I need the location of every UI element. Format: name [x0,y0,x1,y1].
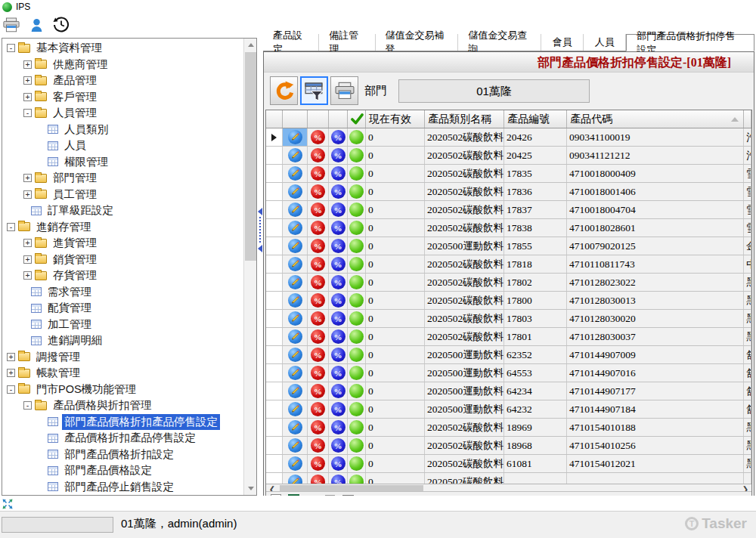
splitter-collapse-icon[interactable] [258,245,262,252]
tree-expander-icon[interactable]: - [7,44,15,52]
edit-cell[interactable] [283,382,308,400]
tab[interactable]: 人員 [584,34,626,51]
edit-pencil-icon[interactable] [288,420,302,434]
status-cell[interactable] [348,400,366,418]
edit-cell[interactable] [283,219,308,237]
edit-pencil-icon[interactable] [288,456,302,471]
row-indicator-cell[interactable] [266,165,283,182]
edit-cell[interactable] [283,310,308,327]
tree-expander-icon[interactable]: + [7,369,15,377]
tab[interactable]: 會員 [541,34,584,51]
edit-cell[interactable] [283,165,308,182]
edit-pencil-icon[interactable] [288,275,302,289]
row-indicator-cell[interactable] [266,400,283,418]
status-cell[interactable] [348,128,366,146]
red-percent-icon[interactable]: % [311,221,325,235]
edit-cell[interactable] [283,274,308,291]
edit-cell[interactable] [283,183,308,200]
red-percent-icon[interactable]: % [311,148,325,162]
blue-percent-icon[interactable]: % [331,384,345,398]
tree-expander-icon[interactable]: - [23,401,32,410]
status-cell[interactable] [348,237,366,255]
status-cell[interactable] [348,473,366,484]
status-cell[interactable] [348,274,366,291]
edit-pencil-icon[interactable] [288,475,302,484]
tree-item[interactable]: 人員 [2,138,243,154]
edit-pencil-icon[interactable] [288,184,302,199]
splitter-collapse-icon[interactable] [258,208,262,215]
edit-cell[interactable] [283,473,308,484]
discount-red-cell[interactable]: % [308,437,329,454]
discount-red-cell[interactable]: % [308,274,329,291]
print-icon[interactable] [2,16,20,34]
edit-cell[interactable] [283,455,308,472]
tree-item[interactable]: 部門產品價格折扣設定 [2,447,243,463]
tree-item[interactable]: - 產品價格與折扣管理 [2,397,243,414]
red-percent-icon[interactable]: % [311,311,325,326]
tree-item[interactable]: 訂單級距設定 [2,203,243,219]
discount-blue-cell[interactable]: % [329,292,348,309]
discount-blue-cell[interactable]: % [329,147,348,164]
tree-item[interactable]: - 基本資料管理 [2,40,243,57]
tree-expander-icon[interactable]: + [23,174,32,182]
blue-percent-icon[interactable]: % [331,148,345,162]
discount-red-cell[interactable]: % [308,292,329,309]
edit-pencil-icon[interactable] [288,438,302,453]
blue-percent-icon[interactable]: % [331,348,345,362]
discount-red-cell[interactable]: % [308,201,329,218]
discount-blue-cell[interactable]: % [329,183,348,200]
discount-blue-cell[interactable]: % [329,437,348,454]
row-indicator-cell[interactable] [266,346,283,363]
edit-pencil-icon[interactable] [288,384,302,398]
discount-red-cell[interactable]: % [308,219,329,237]
edit-cell[interactable] [283,147,308,164]
discount-red-cell[interactable]: % [308,328,329,345]
filter-table-button[interactable] [300,76,328,105]
edit-cell[interactable] [283,237,308,255]
discount-blue-cell[interactable]: % [329,128,348,146]
blue-percent-icon[interactable]: % [331,239,345,253]
edit-cell[interactable] [283,346,308,363]
row-indicator-cell[interactable] [266,419,283,436]
status-cell[interactable] [348,292,366,309]
header-category[interactable]: 產品類別名稱 [425,110,504,128]
print-report-button[interactable] [330,76,358,105]
header-current-valid[interactable]: 現在有效 [366,110,425,128]
tree-item[interactable]: 權限管理 [2,154,243,171]
status-cell[interactable] [348,328,366,345]
discount-red-cell[interactable]: % [308,455,329,472]
tree-item[interactable]: 產品價格折扣產品停售設定 [2,430,243,447]
status-cell[interactable] [348,310,366,327]
red-percent-icon[interactable]: % [311,329,325,344]
tree-item[interactable]: + 存貨管理 [2,267,243,284]
scroll-down-icon[interactable] [244,482,257,495]
discount-red-cell[interactable]: % [308,382,329,400]
red-percent-icon[interactable]: % [311,348,325,362]
history-icon[interactable] [52,16,70,34]
edit-cell[interactable] [283,292,308,309]
blue-percent-icon[interactable]: % [331,221,345,235]
edit-pencil-icon[interactable] [288,329,302,344]
edit-pencil-icon[interactable] [288,148,302,162]
tree-item[interactable]: + 員工管理 [2,187,243,203]
blue-percent-icon[interactable]: % [331,456,345,471]
row-indicator-cell[interactable] [266,473,283,484]
discount-blue-cell[interactable]: % [329,274,348,291]
scroll-up-icon[interactable] [244,39,257,51]
status-cell[interactable] [348,419,366,436]
tree-item[interactable]: + 銷貨管理 [2,252,243,268]
red-percent-icon[interactable]: % [311,239,325,253]
discount-red-cell[interactable]: % [308,419,329,436]
row-indicator-cell[interactable] [266,147,283,164]
status-cell[interactable] [348,201,366,218]
tree-item[interactable]: 進銷調明細 [2,332,243,349]
blue-percent-icon[interactable]: % [331,475,345,484]
department-combo[interactable]: 01萬隆 [398,79,590,103]
tree-item[interactable]: + 產品管理 [2,73,243,89]
green-check-icon[interactable] [348,110,366,128]
discount-blue-cell[interactable]: % [329,219,348,237]
status-cell[interactable] [348,346,366,363]
tree-item[interactable]: 部門產品價格折扣產品停售設定 [2,414,243,431]
edit-cell[interactable] [283,400,308,418]
edit-pencil-icon[interactable] [288,130,302,144]
